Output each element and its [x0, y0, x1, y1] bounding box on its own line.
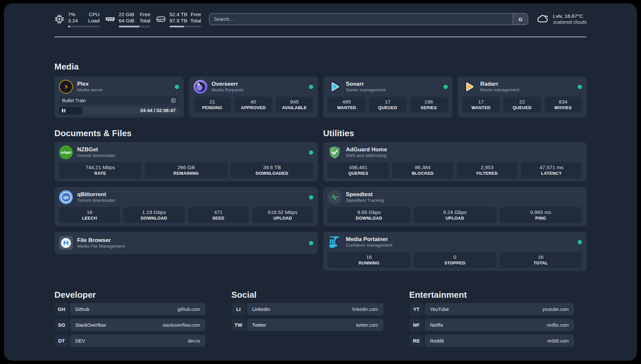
app-card-sonarr[interactable]: Sonarr Series management 485WANTED 17QUE… [323, 76, 452, 118]
cpu-load-value: 3.24 [68, 17, 78, 24]
app-card-nzbget[interactable]: nzbget NZBGet Usenet downloader 744.21 M… [54, 142, 318, 181]
stat-latency: 47.571 msLATENCY [521, 162, 582, 178]
now-playing-time: 24:44 / 02:06:47 [140, 107, 175, 114]
dashboard-content: 7%CPU 3.24Load 22 GiBFree [54, 3, 587, 347]
stat-upload: 9.24 GbpsUPLOAD [413, 207, 496, 223]
stat-upload: 618.52 MbpsUPLOAD [252, 207, 313, 223]
metric-cpu: 7%CPU 3.24Load [54, 11, 100, 27]
status-dot [175, 85, 179, 89]
stat-stopped: 0STOPPED [413, 252, 496, 268]
app-card-plex[interactable]: Plex Media server Bullet Train 24:44 / 0… [54, 76, 184, 118]
stat-approved: 40APPROVED [234, 97, 272, 112]
stat-ping: 0.993 msPING [500, 207, 582, 223]
stat-queued: 17QUEUED [369, 97, 407, 112]
section-title-entertainment: Entertainment [409, 290, 574, 300]
stat-running: 16RUNNING [328, 252, 410, 268]
app-subtitle: Usenet downloader [77, 153, 115, 158]
app-name: Overseerr [212, 81, 244, 87]
status-dot [443, 85, 448, 89]
search-engine-button[interactable]: G [513, 14, 528, 25]
radarr-icon [462, 80, 476, 94]
middle-columns: Documents & Files nzbget NZBGet Usenet d… [54, 128, 587, 271]
weather-widget: Lviv, 16.87°C scattered clouds [536, 13, 587, 25]
nzbget-icon: nzbget [59, 145, 73, 159]
topbar: 7%CPU 3.24Load 22 GiBFree [54, 10, 587, 28]
stat-blocked: 86,384BLOCKED [392, 162, 453, 178]
stat-wanted: 485WANTED [328, 97, 366, 112]
status-dot [578, 85, 582, 89]
stat-movies: 834MOVIES [544, 97, 582, 112]
now-playing-title: Bullet Train [62, 98, 86, 103]
app-card-overseerr[interactable]: Overseerr Media Requests 21PENDING 40APP… [189, 76, 318, 118]
quality-settings-icon[interactable] [171, 98, 176, 103]
sonarr-icon [328, 80, 342, 94]
stat-wanted: 17WANTED [462, 97, 500, 112]
status-dot [309, 150, 313, 155]
app-name: qBittorrent [77, 191, 115, 198]
link-dev[interactable]: DT DEV dev.to [54, 335, 205, 347]
link-github[interactable]: GH Github github.com [54, 303, 205, 315]
app-card-portainer[interactable]: Media Portainer Container management 16R… [323, 232, 587, 271]
memory-free-value: 22 GiB [119, 11, 134, 17]
link-stackoverflow[interactable]: SO StackOverflow stackoverflow.com [54, 319, 205, 331]
app-card-radarr[interactable]: Radarr Movie management 17WANTED 22QUEUE… [458, 76, 587, 118]
app-subtitle: Media Requests [212, 87, 244, 93]
stat-series: 196SERIES [410, 97, 448, 112]
stat-filtered: 2,953FILTERED [457, 162, 518, 178]
weather-location-temp: Lviv, 16.87°C [553, 13, 587, 19]
section-title-social: Social [231, 290, 383, 300]
storage-free-value: 52.4 TB [169, 11, 187, 17]
app-card-adguard[interactable]: AdGuard Home DNS and adblocking 498,461Q… [323, 142, 587, 181]
filebrowser-icon [59, 236, 73, 250]
section-title-media: Media [54, 62, 587, 72]
app-name: Plex [77, 81, 103, 87]
memory-total-label: Total [139, 17, 150, 24]
memory-free-label: Free [140, 11, 150, 17]
link-reddit[interactable]: RE Reddit reddit.com [409, 335, 574, 347]
app-name: Media Portainer [346, 236, 392, 243]
utilities-column: Utilities AdGuard Home [323, 128, 587, 271]
dashboard-panel: 7%CPU 3.24Load 22 GiBFree [4, 3, 637, 361]
app-card-filebrowser[interactable]: File Browser Media File Management [54, 232, 318, 254]
metric-storage: 52.4 TBFree 97.9 TBTotal [156, 11, 201, 27]
app-name: Sonarr [346, 81, 386, 87]
stat-queued: 22QUEUED [503, 97, 541, 112]
ram-icon [105, 15, 115, 23]
app-card-speedtest[interactable]: Speedtest Speedtest Tracking 9.65 GbpsDO… [323, 187, 587, 226]
social-column: Social LI LinkedIn linkedin.com TW Twitt… [231, 290, 383, 347]
storage-progress-bar [169, 26, 201, 27]
stat-leech: 16LEECH [59, 207, 120, 223]
link-linkedin[interactable]: LI LinkedIn linkedin.com [231, 303, 383, 315]
documents-column: Documents & Files nzbget NZBGet Usenet d… [54, 128, 318, 271]
link-twitter[interactable]: TW Twitter twitter.com [231, 319, 383, 331]
app-subtitle: Speedtest Tracking [346, 198, 384, 203]
netflix-icon: NF [409, 319, 423, 331]
app-name: AdGuard Home [346, 146, 387, 153]
app-name: File Browser [77, 237, 125, 244]
link-youtube[interactable]: YT YouTube youtube.com [409, 303, 574, 315]
storage-total-value: 97.9 TB [169, 17, 187, 24]
status-dot [309, 195, 313, 199]
app-name: Speedtest [346, 191, 384, 198]
links-section: Developer GH Github github.com SO StackO… [54, 290, 587, 347]
header-divider [54, 37, 587, 37]
cpu-load-label: Load [88, 17, 100, 24]
cpu-progress-bar [68, 26, 100, 27]
app-card-qbittorrent[interactable]: qb qBittorrent Torrent downloader 16LEEC… [54, 187, 318, 226]
stat-remaining: 266 GBREMAINING [145, 162, 227, 178]
qbittorrent-icon: qb [59, 190, 73, 204]
stat-queries: 498,461QUERIES [328, 162, 389, 178]
entertainment-column: Entertainment YT YouTube youtube.com NF … [409, 290, 574, 347]
now-playing-title-row: Bullet Train [59, 96, 179, 105]
app-subtitle: Media File Management [77, 244, 125, 249]
pause-icon [62, 109, 65, 112]
link-netflix[interactable]: NF Netflix netflix.com [409, 319, 574, 331]
search-input[interactable] [209, 14, 513, 25]
app-subtitle: Container management [346, 243, 392, 248]
github-icon: GH [54, 303, 69, 315]
app-subtitle: Torrent downloader [77, 198, 115, 203]
dev-icon: DT [54, 335, 69, 347]
stat-downloaded: 39.6 TBDOWNLOADED [231, 162, 313, 178]
disk-icon [156, 15, 166, 23]
media-cards-row: Plex Media server Bullet Train 24:44 / 0… [54, 76, 587, 118]
